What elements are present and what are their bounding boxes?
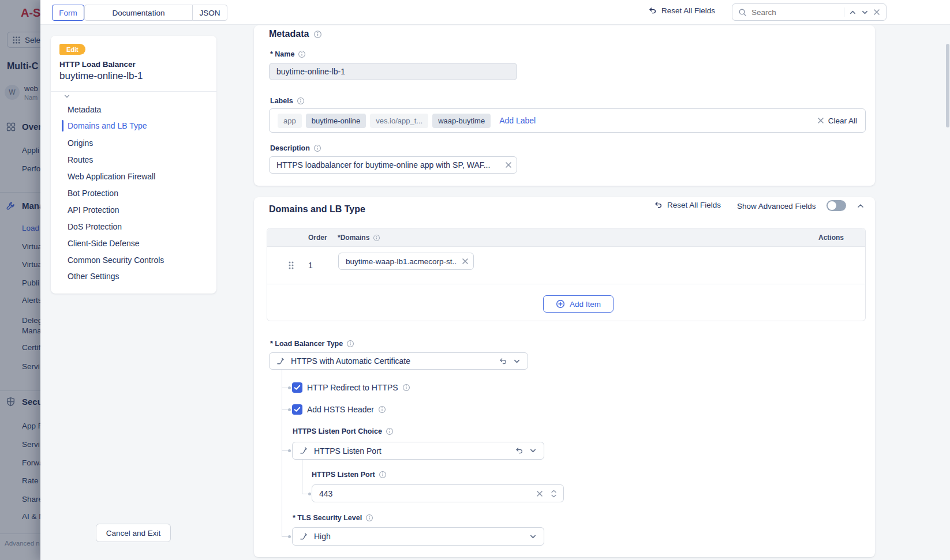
chevron-down-icon[interactable] bbox=[513, 358, 521, 365]
lb-type-value: HTTPS with Automatic Certificate bbox=[291, 356, 493, 366]
reset-icon bbox=[654, 201, 663, 209]
one-of-branch-icon bbox=[300, 446, 308, 455]
plus-circle-icon bbox=[556, 299, 565, 309]
collapse-caret-icon[interactable] bbox=[63, 93, 70, 100]
nav-divider bbox=[51, 91, 216, 92]
tree-connector-dot bbox=[288, 408, 291, 411]
show-advanced-fields-label: Show Advanced Fields bbox=[737, 202, 816, 211]
active-section-bar bbox=[62, 120, 63, 131]
number-stepper[interactable] bbox=[551, 489, 557, 498]
close-icon[interactable] bbox=[462, 258, 469, 265]
http-redirect-checkbox[interactable] bbox=[292, 382, 302, 393]
port-choice-label: HTTPS Listen Port Choice bbox=[293, 427, 394, 435]
info-icon[interactable] bbox=[379, 471, 387, 479]
info-icon[interactable] bbox=[297, 97, 305, 105]
search-input[interactable] bbox=[751, 5, 839, 20]
tree-connector-dot bbox=[288, 386, 291, 389]
close-icon[interactable] bbox=[873, 9, 880, 16]
info-icon[interactable] bbox=[373, 234, 380, 242]
info-icon[interactable] bbox=[313, 30, 322, 39]
search-divider bbox=[844, 7, 844, 17]
edit-badge: Edit bbox=[59, 44, 85, 55]
one-of-branch-icon bbox=[276, 357, 285, 366]
wizard-section-waf[interactable]: Web Application Firewall bbox=[68, 172, 155, 181]
tab-json[interactable]: JSON bbox=[192, 5, 227, 21]
reset-icon bbox=[648, 6, 657, 15]
wizard-section-other[interactable]: Other Settings bbox=[68, 272, 119, 281]
tab-form[interactable]: Form bbox=[52, 5, 84, 21]
wizard-section-csc[interactable]: Common Security Controls bbox=[68, 255, 164, 265]
scrollbar-thumb[interactable] bbox=[946, 44, 949, 127]
name-field-label: * Name bbox=[270, 50, 306, 58]
port-label: HTTPS Listen Port bbox=[312, 471, 387, 479]
metadata-title: Metadata bbox=[269, 29, 322, 39]
wizard-section-api[interactable]: API Protection bbox=[68, 205, 119, 215]
reset-all-fields-button[interactable]: Reset All Fields bbox=[648, 6, 715, 15]
port-choice-value: HTTPS Listen Port bbox=[314, 446, 509, 456]
tree-connector-dot bbox=[288, 449, 291, 452]
wizard-section-dos[interactable]: DoS Protection bbox=[68, 222, 122, 231]
chevron-down-icon[interactable] bbox=[529, 533, 537, 540]
editor-modal: Form Documentation JSON Reset All Fields bbox=[40, 0, 950, 560]
search-box bbox=[732, 3, 887, 21]
info-icon[interactable] bbox=[402, 384, 410, 392]
lb-type-select[interactable]: HTTPS with Automatic Certificate bbox=[269, 352, 528, 370]
port-input[interactable] bbox=[312, 484, 564, 502]
domain-input[interactable] bbox=[338, 253, 474, 270]
row-order-value: 1 bbox=[308, 261, 313, 270]
http-redirect-label: HTTP Redirect to HTTPS bbox=[307, 383, 410, 392]
label-chip-value[interactable]: waap-buytime bbox=[432, 114, 491, 128]
toggle-knob bbox=[828, 201, 836, 210]
domains-title: Domains and LB Type bbox=[269, 204, 365, 215]
wizard-section-routes[interactable]: Routes bbox=[68, 155, 93, 164]
add-item-button[interactable]: Add Item bbox=[543, 295, 614, 313]
domains-reset-all-button[interactable]: Reset All Fields bbox=[654, 201, 721, 209]
info-icon[interactable] bbox=[346, 340, 354, 348]
hsts-checkbox[interactable] bbox=[292, 404, 302, 415]
info-icon[interactable] bbox=[298, 50, 306, 58]
screen: A-S Selec Multi-C W web Nam Over Appli P bbox=[0, 0, 950, 560]
close-icon[interactable] bbox=[505, 161, 512, 168]
wizard-section-csd[interactable]: Client-Side Defense bbox=[68, 239, 140, 248]
tab-documentation[interactable]: Documentation bbox=[84, 5, 193, 21]
reset-icon[interactable] bbox=[515, 446, 523, 455]
chevron-up-icon[interactable] bbox=[849, 9, 857, 16]
wizard-section-bot[interactable]: Bot Protection bbox=[68, 189, 118, 198]
label-chip-key[interactable]: ves.io/app_t... bbox=[370, 114, 428, 128]
column-header-actions: Actions bbox=[818, 234, 844, 242]
domains-table: Order *Domains Actions 1 bbox=[267, 228, 866, 321]
chevron-down-icon[interactable] bbox=[529, 447, 537, 454]
description-input[interactable] bbox=[269, 156, 517, 174]
wizard-section-domains[interactable]: Domains and LB Type bbox=[68, 121, 147, 130]
cancel-and-exit-button[interactable]: Cancel and Exit bbox=[96, 524, 171, 542]
port-choice-select[interactable]: HTTPS Listen Port bbox=[292, 442, 544, 460]
label-chip-value[interactable]: buytime-online bbox=[306, 114, 366, 128]
object-name: buytime-online-lb-1 bbox=[59, 70, 143, 82]
add-label-link[interactable]: Add Label bbox=[499, 116, 536, 125]
advanced-fields-toggle[interactable] bbox=[826, 200, 846, 211]
tree-connector-dot bbox=[288, 535, 291, 538]
chevron-down-icon[interactable] bbox=[861, 9, 869, 16]
tree-connector-line bbox=[282, 370, 282, 536]
name-input[interactable] bbox=[269, 63, 517, 80]
lb-type-label: * Load Balancer Type bbox=[270, 340, 354, 348]
tree-connector-dot bbox=[308, 493, 311, 495]
clear-all-button[interactable]: Clear All bbox=[817, 116, 857, 125]
tls-level-label: * TLS Security Level bbox=[293, 514, 373, 522]
modal-topbar: Form Documentation JSON Reset All Fields bbox=[40, 0, 950, 25]
close-icon[interactable] bbox=[536, 490, 543, 497]
info-icon[interactable] bbox=[378, 405, 386, 414]
info-icon[interactable] bbox=[365, 514, 373, 522]
reset-icon[interactable] bbox=[499, 357, 507, 366]
label-chip-key[interactable]: app bbox=[278, 114, 302, 128]
tls-level-select[interactable]: High bbox=[292, 527, 544, 546]
wizard-section-origins[interactable]: Origins bbox=[68, 138, 93, 148]
info-icon[interactable] bbox=[313, 144, 321, 152]
drag-handle-icon[interactable] bbox=[288, 261, 294, 270]
wizard-section-metadata[interactable]: Metadata bbox=[68, 105, 101, 114]
collapse-section-icon[interactable] bbox=[857, 202, 865, 210]
one-of-branch-icon bbox=[300, 532, 308, 541]
tls-level-value: High bbox=[314, 532, 523, 541]
info-icon[interactable] bbox=[386, 427, 394, 435]
column-header-order: Order bbox=[308, 234, 327, 242]
